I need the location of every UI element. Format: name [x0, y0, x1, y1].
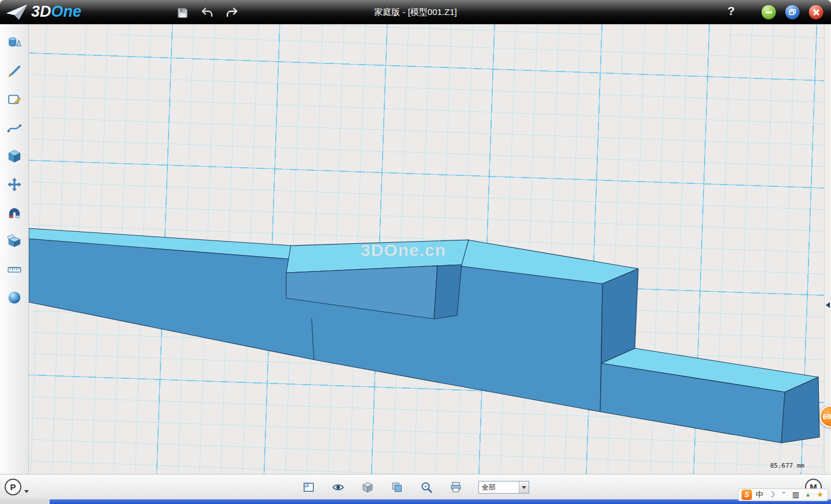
- grid-scale-label: 85.677 mm: [770, 462, 804, 469]
- window-title: 家庭版 - [模型001.Z1]: [374, 7, 456, 18]
- ime-blue-icon[interactable]: ”: [779, 490, 788, 500]
- sketch-plane-icon[interactable]: [5, 90, 24, 110]
- print-icon[interactable]: [449, 480, 463, 494]
- ime-green-icon[interactable]: ▲: [803, 490, 813, 500]
- redo-icon[interactable]: [224, 5, 239, 20]
- minimize-button[interactable]: [761, 5, 776, 20]
- undo-icon[interactable]: [200, 5, 215, 20]
- window-corner: [0, 499, 50, 504]
- p-menu-button[interactable]: P: [5, 479, 21, 495]
- zoom-search-icon[interactable]: [420, 480, 433, 494]
- taskbar-strip: [0, 499, 831, 504]
- view-tools: 全部: [302, 475, 529, 500]
- display-filter-value: 全部: [479, 482, 519, 493]
- display-filter-select[interactable]: 全部: [478, 481, 529, 494]
- taskbar-sliver: [50, 499, 831, 504]
- feature-cube-icon[interactable]: [5, 146, 24, 166]
- solid-primitives-icon[interactable]: [5, 33, 24, 53]
- special-shape-icon[interactable]: [5, 231, 24, 251]
- ime-gold-icon[interactable]: ★: [815, 490, 825, 500]
- save-icon[interactable]: [175, 5, 190, 20]
- restore-icon: [789, 9, 796, 16]
- ime-language-bar: S中☽”▥▲★: [738, 488, 828, 501]
- left-toolbar: [0, 24, 29, 474]
- ime-blue-icon[interactable]: ☽: [767, 490, 776, 500]
- measure-ruler-icon[interactable]: [5, 259, 24, 279]
- app-logo: 3DOne: [6, 3, 81, 21]
- layers-icon[interactable]: [390, 480, 404, 494]
- close-icon: [813, 9, 820, 16]
- display-cube-icon[interactable]: [361, 480, 375, 494]
- ime-sogou-icon[interactable]: S: [742, 490, 752, 500]
- minimize-icon: [766, 12, 772, 13]
- sketch-brush-icon[interactable]: [5, 62, 24, 81]
- titlebar-tools: [175, 5, 239, 20]
- ime-plain-icon[interactable]: ▥: [791, 490, 800, 500]
- titlebar: 3DOne: [0, 0, 831, 24]
- paper-plane-icon: [6, 3, 28, 21]
- material-sphere-icon[interactable]: [5, 288, 24, 307]
- view-plane-icon[interactable]: [302, 480, 316, 494]
- move-transform-icon[interactable]: [5, 175, 24, 194]
- visibility-eye-icon[interactable]: [331, 480, 345, 494]
- model-3d: 3DOne.cn: [29, 24, 824, 474]
- window-controls: [761, 5, 823, 20]
- brand-text: 3DOne: [31, 3, 81, 21]
- help-icon[interactable]: ?: [724, 4, 739, 18]
- chevron-down-icon: [522, 486, 526, 489]
- curve-edit-icon[interactable]: [5, 118, 24, 138]
- model-face-block-right[interactable]: [434, 265, 462, 319]
- bottom-toolbar: P: [0, 474, 831, 499]
- magnet-assembly-icon[interactable]: [5, 203, 24, 223]
- collapse-panel-arrow[interactable]: [826, 302, 830, 308]
- close-button[interactable]: [808, 5, 823, 20]
- viewport-canvas[interactable]: 3DOne.cn 85.677 mm: [29, 24, 824, 474]
- display-filter-dropdown-button[interactable]: [519, 482, 529, 493]
- p-dropdown-arrow[interactable]: [24, 490, 29, 493]
- restore-button[interactable]: [785, 5, 800, 20]
- application-window: 3DOne: [0, 0, 831, 504]
- canvas-watermark: 3DOne.cn: [361, 240, 446, 259]
- ime-plain-icon[interactable]: 中: [755, 490, 764, 500]
